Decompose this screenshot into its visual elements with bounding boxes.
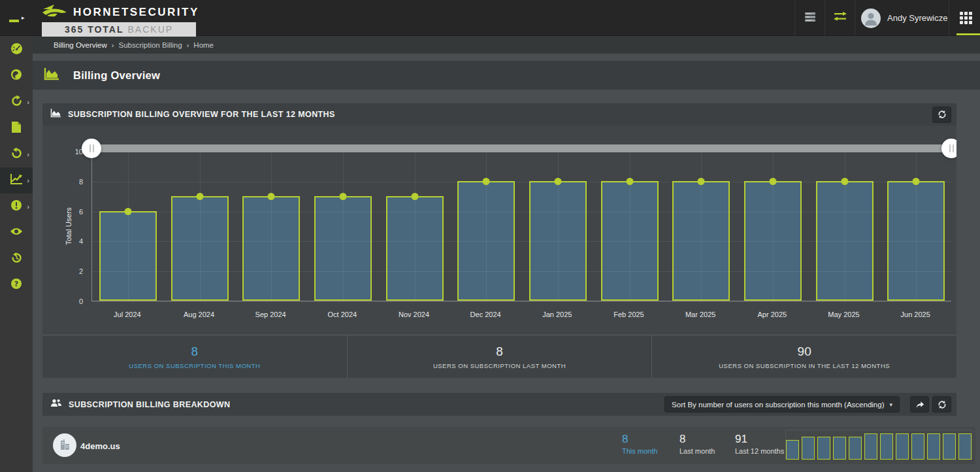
area-chart-icon <box>50 109 61 120</box>
sidebar-item-reports-active[interactable]: › <box>0 167 33 194</box>
chart-bar-jul-2024[interactable] <box>99 211 157 301</box>
x-axis-label: Nov 2024 <box>399 311 429 318</box>
sidebar-item-alerts[interactable]: › <box>0 194 33 220</box>
chart-bar-jun-2025[interactable] <box>887 181 945 301</box>
hornetsecurity-logo-icon <box>42 4 68 21</box>
header-divider <box>949 0 949 36</box>
mini-chart-bar <box>911 433 924 460</box>
row-stat-label: This month <box>622 447 657 455</box>
chevron-right-icon: › <box>27 98 29 106</box>
data-point-marker <box>124 208 131 215</box>
chart-bar-sep-2024[interactable] <box>242 196 300 301</box>
sidebar-item-sync[interactable]: › <box>0 89 33 115</box>
stat-users-this-month[interactable]: 8 USERS ON SUBSCRIPTION THIS MONTH <box>42 335 347 378</box>
page-title-bar: Billing Overview <box>33 61 980 90</box>
top-header: ▸ HORNETSECURITY 365 TOTAL BACKUP <box>0 0 980 36</box>
chart-bar-nov-2024[interactable] <box>386 196 444 301</box>
brand-logo[interactable]: HORNETSECURITY 365 TOTAL BACKUP <box>42 4 199 37</box>
x-axis-label: Dec 2024 <box>470 311 501 318</box>
chart-bar-feb-2025[interactable] <box>601 181 659 301</box>
stat-label: USERS ON SUBSCRIPTION IN THE LAST 12 MON… <box>719 362 890 369</box>
stat-value: 90 <box>798 345 811 359</box>
sidebar-item-history[interactable] <box>0 246 33 272</box>
stat-value: 8 <box>496 345 503 359</box>
page-title: Billing Overview <box>73 69 160 82</box>
chart-plot-area <box>91 152 951 301</box>
refresh-icon <box>938 400 947 409</box>
breadcrumb-item-billing-overview[interactable]: Billing Overview <box>54 41 107 49</box>
data-point-marker <box>554 178 561 185</box>
sidebar-item-dashboard[interactable] <box>0 37 33 63</box>
tenant-name: 4demo.us <box>80 441 120 450</box>
mini-chart-bar <box>927 433 940 460</box>
row-stat-value: 8 <box>622 433 657 446</box>
data-point-marker <box>769 178 776 185</box>
undo-arrow-icon <box>10 147 23 162</box>
data-point-marker <box>626 178 633 185</box>
mini-chart-bar <box>896 433 909 460</box>
chart-bar-may-2025[interactable] <box>816 181 874 301</box>
chart-bar-aug-2024[interactable] <box>171 196 229 301</box>
globe-icon <box>10 69 22 83</box>
x-axis-label: Oct 2024 <box>328 311 357 318</box>
sidebar-item-documents[interactable] <box>0 115 33 141</box>
mini-chart-bar <box>849 437 862 460</box>
hamburger-menu-icon[interactable]: ▸ <box>9 12 29 24</box>
sidebar-item-help[interactable]: ? <box>0 272 33 298</box>
history-clock-icon <box>10 252 23 267</box>
export-share-button[interactable] <box>910 396 929 413</box>
chart-bar-apr-2025[interactable] <box>744 181 802 301</box>
app-launcher-button[interactable] <box>954 0 977 36</box>
data-point-marker <box>913 178 920 185</box>
chart-area: Total Users 0246810 Jul 2024Aug 2024Sep … <box>42 126 956 335</box>
breakdown-panel-header: SUBSCRIPTION BILLING BREAKDOWN Sort By n… <box>42 393 956 416</box>
row-stat-this-month[interactable]: 8 This month <box>622 433 657 455</box>
data-point-marker <box>268 193 275 200</box>
breadcrumb-item-home[interactable]: Home <box>193 41 214 49</box>
eye-icon <box>10 227 23 239</box>
data-point-marker <box>841 178 848 185</box>
x-axis-label: Jul 2024 <box>114 311 141 318</box>
area-chart-icon <box>43 67 60 84</box>
chart-refresh-button[interactable] <box>932 107 951 123</box>
services-list-button[interactable] <box>800 0 821 36</box>
time-range-slider[interactable] <box>91 144 951 152</box>
grid-apps-icon <box>960 12 972 24</box>
chart-bar-mar-2025[interactable] <box>672 181 730 301</box>
x-axis-label: May 2025 <box>828 311 859 318</box>
stat-label: USERS ON SUBSCRIPTION THIS MONTH <box>129 362 260 369</box>
swap-arrows-icon <box>833 12 847 25</box>
chart-x-labels: Jul 2024Aug 2024Sep 2024Oct 2024Nov 2024… <box>91 301 951 324</box>
user-menu[interactable]: Andy Syrewicze <box>861 0 947 36</box>
breakdown-refresh-button[interactable] <box>932 396 951 413</box>
breadcrumb: Billing Overview › Subscription Billing … <box>33 36 980 54</box>
breadcrumb-item-subscription-billing[interactable]: Subscription Billing <box>118 41 182 49</box>
chart-summary-stats: 8 USERS ON SUBSCRIPTION THIS MONTH 8 USE… <box>42 335 956 378</box>
chart-bar-oct-2024[interactable] <box>314 196 372 301</box>
x-axis-label: Sep 2024 <box>255 311 286 318</box>
sidebar-nav: › › › <box>0 36 33 472</box>
x-axis-label: Aug 2024 <box>184 311 214 318</box>
chart-bar-jan-2025[interactable] <box>529 181 587 301</box>
menu-expand-arrow-icon: ▸ <box>22 14 25 21</box>
product-name-bold: 365 TOTAL <box>65 24 124 35</box>
sidebar-item-monitoring[interactable] <box>0 220 33 246</box>
chart-bar-dec-2024[interactable] <box>457 181 515 301</box>
sidebar-item-restore[interactable]: › <box>0 141 33 167</box>
sidebar-item-overview[interactable] <box>0 63 33 89</box>
mini-bar-chart <box>785 430 972 460</box>
caret-down-icon: ▾ <box>889 401 892 408</box>
switch-service-button[interactable] <box>828 0 852 36</box>
chevron-right-icon: › <box>27 150 29 158</box>
data-point-marker <box>483 178 490 185</box>
tenant-row-4demo[interactable]: 4demo.us 8 This month 8 Last month 91 La… <box>42 427 975 464</box>
svg-text:?: ? <box>14 280 18 288</box>
stat-value: 8 <box>191 345 199 359</box>
x-axis-label: Feb 2025 <box>613 311 644 318</box>
sort-dropdown[interactable]: Sort By number of users on subscription … <box>664 396 900 413</box>
product-badge: 365 TOTAL BACKUP <box>42 22 196 37</box>
slider-handle-left[interactable] <box>82 139 101 158</box>
x-axis-label: Jan 2025 <box>542 311 572 318</box>
slider-handle-right[interactable] <box>941 139 956 158</box>
y-axis-tick: 2 <box>79 267 83 275</box>
